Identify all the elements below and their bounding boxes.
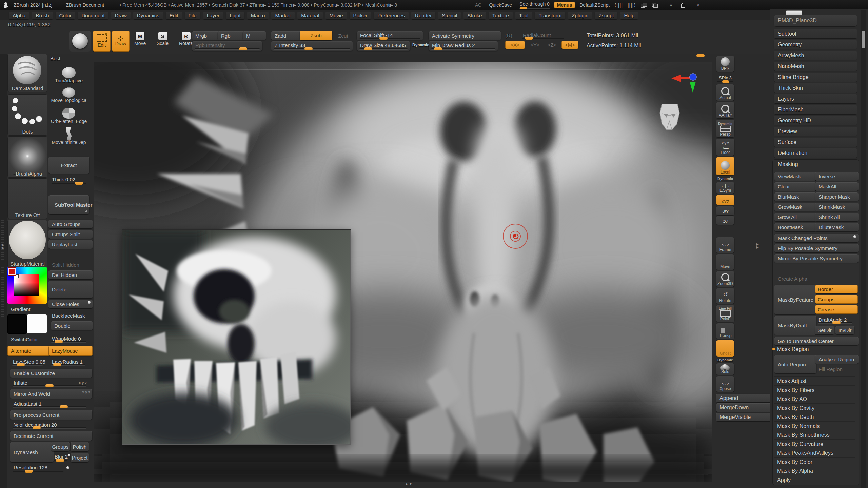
- section-deformation[interactable]: Deformation: [774, 148, 857, 158]
- min-draw-radius-slider[interactable]: Min Draw Radius 2: [429, 41, 498, 51]
- mask-list-mask-by-smoothness[interactable]: Mask By Smoothness: [774, 430, 855, 440]
- thick-slider[interactable]: Thick 0.02: [48, 176, 89, 185]
- quicksave-button[interactable]: QuickSave: [486, 2, 515, 8]
- shelf-aahalf-button[interactable]: AAHalf: [716, 102, 734, 118]
- replay-last-button[interactable]: ReplayLast: [48, 240, 93, 249]
- auto-groups-button[interactable]: Auto Groups: [48, 220, 93, 228]
- mask-clear-button[interactable]: Clear: [774, 182, 816, 191]
- menu-dynamics[interactable]: Dynamics: [133, 12, 163, 19]
- fill-region-button[interactable]: Fill Region: [815, 365, 859, 373]
- rgb-intensity-slider[interactable]: Rgb Intensity: [192, 41, 262, 51]
- shelf-frame-button[interactable]: ↖·↗Frame: [716, 237, 734, 253]
- mask-changed-points-button[interactable]: Mask Changed Points: [774, 234, 859, 242]
- m-button[interactable]: M: [243, 31, 266, 40]
- menu-stencil[interactable]: Stencil: [438, 12, 461, 19]
- menu-zscript[interactable]: Zscript: [595, 12, 617, 19]
- zoom-preview-window[interactable]: [122, 230, 351, 445]
- go-to-unmasked-center-button[interactable]: Go To Unmasked Center: [774, 337, 859, 345]
- radial-count-slider[interactable]: RadialCount: [519, 31, 567, 40]
- menu-material[interactable]: Material: [297, 12, 323, 19]
- wrap-mode-slider[interactable]: WrapMode 0: [48, 335, 89, 344]
- mirror-and-weld-button[interactable]: Mirror And Weld x y z: [10, 389, 92, 399]
- section-thick-skin[interactable]: Thick Skin: [774, 83, 857, 93]
- recent-brush-orb-flatten[interactable]: OrbFlatten_Edge: [48, 108, 90, 124]
- shelf-merge-down-button[interactable]: MergeDown: [716, 403, 772, 412]
- shelf-zoom3d-button[interactable]: Zoom3D: [716, 271, 734, 287]
- menu-color[interactable]: Color: [56, 12, 75, 19]
- lazy-radius-slider[interactable]: LazyRadius 1: [48, 358, 88, 367]
- material-tile[interactable]: StartupMaterial: [7, 220, 47, 268]
- menu-edit[interactable]: Edit: [166, 12, 182, 19]
- menu-help[interactable]: Help: [620, 12, 638, 19]
- menu-light[interactable]: Light: [226, 12, 244, 19]
- focal-shift-slider[interactable]: Focal Shift -14: [357, 31, 423, 40]
- draw-button[interactable]: -¦- Draw: [112, 30, 130, 52]
- shelf-floor-button[interactable]: x y z↓▬Floor: [716, 139, 734, 156]
- mask-inverse-button[interactable]: Inverse: [815, 172, 859, 181]
- decimation-percent-slider[interactable]: % of decimation 20: [10, 421, 89, 430]
- mask-dilutemask-button[interactable]: DiluteMask: [815, 223, 859, 231]
- mask-list-mask-by-cavity[interactable]: Mask By Cavity: [774, 403, 855, 413]
- enable-customize-button[interactable]: Enable Customize: [10, 369, 92, 378]
- mask-sharpenmask-button[interactable]: SharpenMask: [815, 192, 859, 201]
- menu-macro[interactable]: Macro: [247, 12, 269, 19]
- mask-viewmask-button[interactable]: ViewMask: [774, 172, 816, 181]
- tray-expand-icon[interactable]: ▶▶: [2, 243, 4, 249]
- recent-brush-move-topological[interactable]: Move Topologica: [48, 87, 90, 103]
- mirror-posable-symmetry-button[interactable]: Mirror By Posable Symmetry: [774, 254, 859, 263]
- create-alpha-button[interactable]: Create Alpha: [774, 274, 859, 283]
- shelf-spix-button[interactable]: SPix 3: [716, 73, 734, 83]
- decimate-current-button[interactable]: Decimate Current: [10, 431, 92, 441]
- rotate-button[interactable]: RRotate: [179, 32, 193, 46]
- shelf-polyf-button[interactable]: Line FillPolyF: [716, 305, 734, 322]
- menu-stroke[interactable]: Stroke: [463, 12, 486, 19]
- set-dir-button[interactable]: SetDir: [815, 326, 834, 334]
- shelf-actual-button[interactable]: Actual: [716, 84, 734, 101]
- feature-border-button[interactable]: Border: [815, 285, 858, 293]
- shelf-rotY-button[interactable]: ↺Y: [716, 206, 734, 215]
- right-scrollbar[interactable]: [861, 10, 866, 488]
- shelf-lsym-button[interactable]: ←¦→L.Sym: [716, 182, 734, 194]
- feature-groups-button[interactable]: Groups: [815, 295, 858, 304]
- mask-list-mask-adjust[interactable]: Mask Adjust: [774, 376, 855, 386]
- close-holes-button[interactable]: Close Holes: [48, 300, 93, 308]
- del-hidden-button[interactable]: Del Hidden: [48, 270, 93, 279]
- shelf-transp-button[interactable]: Transp: [716, 323, 734, 339]
- timeline-toggle-arrows[interactable]: ▲▼: [399, 482, 419, 486]
- menu-document[interactable]: Document: [78, 12, 108, 19]
- current-brush-tile[interactable]: DamStandard: [7, 54, 47, 92]
- restore-button[interactable]: [681, 3, 688, 7]
- axis-gizmo[interactable]: [671, 73, 701, 100]
- analyze-region-button[interactable]: Analyze Region: [815, 355, 859, 364]
- symmetry-m-button[interactable]: <M>: [561, 41, 578, 49]
- mask-list-mask-peaksandvalleys[interactable]: Mask PeaksAndValleys: [774, 448, 855, 458]
- close-button[interactable]: ×: [693, 2, 703, 8]
- saturation-square[interactable]: [14, 274, 39, 296]
- left-tray-divider[interactable]: ▶▶: [0, 54, 7, 488]
- z-intensity-slider[interactable]: Z Intensity 33: [271, 41, 353, 51]
- zcut-button[interactable]: Zcut: [334, 31, 353, 40]
- section-fibermesh[interactable]: FiberMesh: [774, 105, 857, 114]
- menu-preferences[interactable]: Preferences: [374, 12, 409, 19]
- mask-list-apply[interactable]: Apply: [774, 475, 855, 485]
- texture-tile[interactable]: Texture Off: [7, 178, 47, 219]
- shelf-solo-button[interactable]: Solo: [716, 363, 734, 375]
- current-material-preview[interactable]: [69, 30, 91, 52]
- stroke-tile[interactable]: Dots: [7, 94, 47, 136]
- lazy-mouse-button[interactable]: LazyMouse: [48, 346, 93, 356]
- menus-button[interactable]: Menus: [554, 2, 575, 8]
- minimize-button[interactable]: ▿: [666, 2, 676, 8]
- split-hidden-button[interactable]: Split Hidden: [48, 260, 93, 269]
- shelf-append-button[interactable]: Append: [716, 394, 772, 402]
- canvas-scroll-marker[interactable]: [696, 54, 705, 57]
- copy-layout-icon[interactable]: [641, 3, 647, 7]
- scrollbar-thumb[interactable]: [862, 30, 865, 48]
- mask-growmask-button[interactable]: GrowMask: [774, 203, 816, 211]
- rgb-button[interactable]: Rgb: [218, 31, 245, 40]
- subtool-master-button[interactable]: SubTool Master: [48, 195, 89, 214]
- dynamesh-project-button[interactable]: Project: [71, 453, 89, 462]
- inv-dir-button[interactable]: InvDir: [835, 326, 854, 334]
- mask-list-mask-by-alpha[interactable]: Mask By Alpha: [774, 466, 855, 476]
- menu-picker[interactable]: Picker: [350, 12, 371, 19]
- gradient-toggle[interactable]: Gradient: [7, 305, 50, 313]
